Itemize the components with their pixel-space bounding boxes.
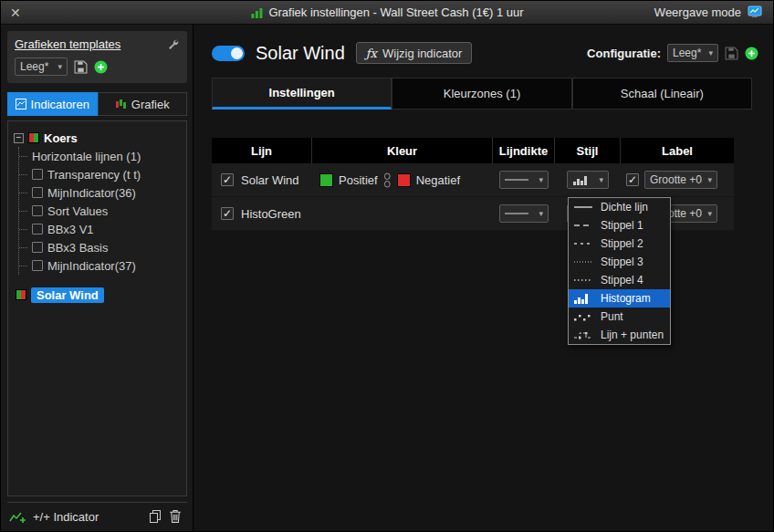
dot-line-icon bbox=[573, 258, 595, 266]
view-mode-group[interactable]: Weergave mode bbox=[654, 5, 764, 19]
configuration-label: Configuratie: bbox=[587, 47, 661, 60]
line-sample-icon bbox=[505, 210, 528, 217]
dot2-line-icon bbox=[573, 276, 595, 284]
tab-kleurzones[interactable]: Kleurzones (1) bbox=[392, 78, 571, 110]
sidebar-tabs: Indicatoren Grafiek bbox=[7, 92, 187, 116]
line-name: HistoGreen bbox=[241, 207, 301, 221]
positive-label: Positief bbox=[339, 173, 378, 187]
main-header: Solar Wind ƒx Wijzig indicator Configura… bbox=[212, 39, 758, 67]
line-width-select[interactable]: ▾ bbox=[499, 204, 549, 223]
edit-indicator-button[interactable]: ƒx Wijzig indicator bbox=[356, 42, 473, 64]
label-size-select[interactable]: Grootte +0 ▾ bbox=[644, 171, 717, 189]
configuration-group: Configuratie: Leeg* ▾ bbox=[587, 44, 758, 62]
chevron-down-icon: ▾ bbox=[708, 48, 713, 57]
menu-item-lijn-punten[interactable]: Lijn + punten bbox=[569, 326, 670, 344]
checkbox[interactable] bbox=[32, 169, 43, 180]
checkbox[interactable] bbox=[32, 260, 43, 271]
titlebar: ✕ Grafiek instellingen - Wall Street Cas… bbox=[1, 1, 773, 25]
line-visible-checkbox[interactable]: ✓ bbox=[221, 207, 234, 220]
menu-item-punt[interactable]: Punt bbox=[569, 308, 670, 326]
chevron-down-icon: ▾ bbox=[707, 209, 712, 218]
tree-item[interactable]: Transparency (t t) bbox=[19, 165, 181, 183]
window-title: Grafiek instellingen - Wall Street Cash … bbox=[268, 5, 523, 19]
add-indicator-label[interactable]: +/+ Indicator bbox=[33, 510, 99, 524]
menu-item-stippel-1[interactable]: Stippel 1 bbox=[569, 216, 670, 235]
line-style-select[interactable]: ▾ bbox=[567, 171, 609, 189]
menu-item-stippel-4[interactable]: Stippel 4 bbox=[569, 271, 670, 289]
points-icon bbox=[573, 312, 595, 321]
menu-item-stippel-2[interactable]: Stippel 2 bbox=[569, 235, 670, 253]
line-width-select[interactable]: ▾ bbox=[499, 171, 549, 189]
menu-item-stippel-3[interactable]: Stippel 3 bbox=[569, 253, 670, 271]
header-lijn: Lijn bbox=[212, 138, 312, 163]
wrench-icon[interactable] bbox=[167, 38, 180, 51]
indicator-chart-icon bbox=[16, 99, 26, 110]
template-select[interactable]: Leeg* ▾ bbox=[15, 57, 68, 76]
positive-color-swatch[interactable] bbox=[319, 173, 333, 187]
tab-instellingen[interactable]: Instellingen bbox=[212, 78, 392, 110]
selected-indicator[interactable]: Solar Wind bbox=[31, 287, 104, 303]
tree-item[interactable]: MijnIndicator(37) bbox=[19, 256, 181, 275]
tree-item[interactable]: Sort Values bbox=[19, 202, 181, 220]
line-style-menu: Dichte lijn Stippel 1 Stippel 2 Stippel … bbox=[568, 197, 671, 345]
checkbox[interactable] bbox=[32, 205, 43, 216]
main-panel: Solar Wind ƒx Wijzig indicator Configura… bbox=[194, 25, 773, 531]
settings-tabs: Instellingen Kleurzones (1) Schaal (Line… bbox=[212, 78, 752, 110]
candles-icon bbox=[115, 99, 127, 110]
link-colors-icon[interactable] bbox=[383, 172, 392, 188]
header-stijl: Stijl bbox=[555, 138, 621, 163]
header-lijndikte: Lijndikte bbox=[493, 138, 555, 163]
solid-line-icon bbox=[573, 203, 595, 211]
view-mode-label: Weergave mode bbox=[654, 5, 741, 19]
collapse-icon[interactable]: − bbox=[14, 133, 24, 143]
negative-color-swatch[interactable] bbox=[397, 173, 411, 187]
copy-icon[interactable] bbox=[149, 509, 162, 524]
tab-schaal[interactable]: Schaal (Lineair) bbox=[572, 78, 752, 110]
header-kleur: Kleur bbox=[312, 138, 493, 163]
save-config-icon[interactable] bbox=[725, 47, 738, 60]
dash-line-icon bbox=[573, 222, 595, 229]
tree-item-koers[interactable]: − Koers bbox=[14, 129, 181, 147]
tree-item[interactable]: BBx3 Basis bbox=[19, 238, 181, 256]
checkbox[interactable] bbox=[32, 224, 43, 235]
tab-indicatoren[interactable]: Indicatoren bbox=[7, 92, 98, 116]
indicator-title: Solar Wind bbox=[256, 43, 345, 64]
add-template-icon[interactable] bbox=[94, 60, 108, 74]
line-visible-checkbox[interactable]: ✓ bbox=[221, 173, 234, 186]
negative-label: Negatief bbox=[416, 173, 460, 187]
line-sample-icon bbox=[505, 176, 528, 183]
window-title-group: Grafiek instellingen - Wall Street Cash … bbox=[250, 5, 523, 19]
add-config-icon[interactable] bbox=[745, 47, 758, 60]
tree-item[interactable]: MijnIndicator(36) bbox=[19, 183, 181, 202]
menu-item-dichte-lijn[interactable]: Dichte lijn bbox=[569, 198, 670, 216]
checkbox[interactable] bbox=[32, 242, 43, 253]
chevron-down-icon: ▾ bbox=[539, 175, 543, 184]
indicator-tree: − Koers Horizontale lijnen (1) Transpare… bbox=[7, 120, 187, 496]
label-visible-checkbox[interactable]: ✓ bbox=[626, 173, 639, 186]
add-indicator-icon[interactable] bbox=[9, 510, 26, 524]
tab-grafiek[interactable]: Grafiek bbox=[98, 92, 188, 116]
header-label: Label bbox=[621, 138, 734, 163]
koers-color-icon bbox=[28, 132, 39, 143]
tree-item[interactable]: Horizontale lijnen (1) bbox=[19, 147, 181, 165]
dash2-line-icon bbox=[573, 240, 595, 247]
histogram-icon bbox=[572, 175, 589, 185]
line-name: Solar Wind bbox=[241, 173, 299, 187]
configuration-select[interactable]: Leeg* ▾ bbox=[667, 44, 718, 62]
close-icon[interactable]: ✕ bbox=[10, 6, 21, 19]
indicator-toggle[interactable] bbox=[212, 46, 245, 61]
chevron-down-icon: ▾ bbox=[599, 175, 603, 184]
templates-title[interactable]: Grafieken templates bbox=[15, 37, 120, 51]
chevron-down-icon: ▾ bbox=[539, 209, 543, 218]
checkbox[interactable] bbox=[32, 187, 43, 198]
sidebar: Grafieken templates Leeg* ▾ bbox=[1, 25, 194, 531]
tree-item[interactable]: BBx3 V1 bbox=[19, 220, 181, 238]
line-points-icon bbox=[573, 330, 595, 339]
histogram-icon bbox=[573, 293, 595, 304]
tree-item-solar-wind[interactable]: Solar Wind bbox=[16, 286, 181, 304]
table-header: Lijn Kleur Lijndikte Stijl Label bbox=[212, 138, 734, 163]
save-template-icon[interactable] bbox=[74, 60, 88, 74]
trash-icon[interactable] bbox=[169, 509, 182, 524]
chevron-down-icon: ▾ bbox=[58, 62, 62, 71]
menu-item-histogram[interactable]: Histogram bbox=[569, 289, 670, 308]
